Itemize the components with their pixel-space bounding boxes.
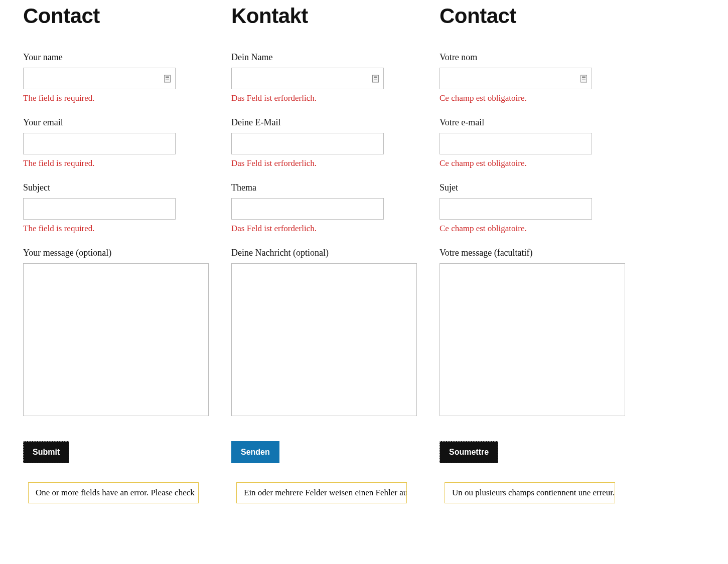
name-error: Ce champ est obligatoire. — [440, 93, 638, 103]
name-field: Your name The field is required. — [23, 52, 221, 103]
subject-label: Subject — [23, 182, 221, 193]
subject-input[interactable] — [440, 198, 592, 220]
subject-error: Ce champ est obligatoire. — [440, 224, 638, 234]
message-label: Votre message (facultatif) — [440, 248, 638, 258]
message-field: Your message (optional) — [23, 248, 221, 416]
subject-error: The field is required. — [23, 224, 221, 234]
contact-form-de: Kontakt Dein Name Das Feld ist erforderl… — [231, 4, 429, 503]
email-error: Das Feld ist erforderlich. — [231, 158, 429, 168]
submit-button[interactable]: Submit — [23, 441, 69, 463]
message-input[interactable] — [440, 263, 625, 416]
name-error: Das Feld ist erforderlich. — [231, 93, 429, 103]
message-input[interactable] — [231, 263, 417, 416]
email-label: Deine E-Mail — [231, 117, 429, 128]
contact-form-en: Contact Your name The field is required.… — [23, 4, 221, 503]
name-input[interactable] — [23, 68, 176, 89]
message-input[interactable] — [23, 263, 209, 416]
form-error-alert: Un ou plusieurs champs contiennent une e… — [445, 482, 615, 503]
subject-label: Sujet — [440, 182, 638, 193]
email-error: The field is required. — [23, 158, 221, 168]
email-input[interactable] — [440, 133, 592, 154]
subject-label: Thema — [231, 182, 429, 193]
email-input[interactable] — [231, 133, 384, 154]
name-error: The field is required. — [23, 93, 221, 103]
subject-error: Das Feld ist erforderlich. — [231, 224, 429, 234]
subject-field: Thema Das Feld ist erforderlich. — [231, 182, 429, 234]
message-label: Your message (optional) — [23, 248, 221, 258]
subject-input[interactable] — [231, 198, 384, 220]
form-error-alert: Ein oder mehrere Felder weisen einen Feh… — [236, 482, 407, 503]
form-error-alert: One or more fields have an error. Please… — [28, 482, 199, 503]
email-label: Your email — [23, 117, 221, 128]
email-field: Deine E-Mail Das Feld ist erforderlich. — [231, 117, 429, 168]
page-title: Contact — [23, 4, 221, 28]
name-label: Votre nom — [440, 52, 638, 63]
subject-field: Subject The field is required. — [23, 182, 221, 234]
name-field: Dein Name Das Feld ist erforderlich. — [231, 52, 429, 103]
name-input[interactable] — [231, 68, 384, 89]
message-label: Deine Nachricht (optional) — [231, 248, 429, 258]
contact-form-fr: Contact Votre nom Ce champ est obligatoi… — [440, 4, 638, 503]
page-title: Kontakt — [231, 4, 429, 28]
subject-input[interactable] — [23, 198, 176, 220]
subject-field: Sujet Ce champ est obligatoire. — [440, 182, 638, 234]
email-field: Votre e-mail Ce champ est obligatoire. — [440, 117, 638, 168]
name-label: Your name — [23, 52, 221, 63]
message-field: Deine Nachricht (optional) — [231, 248, 429, 416]
message-field: Votre message (facultatif) — [440, 248, 638, 416]
submit-button[interactable]: Soumettre — [440, 441, 498, 463]
name-label: Dein Name — [231, 52, 429, 63]
page-title: Contact — [440, 4, 638, 28]
email-input[interactable] — [23, 133, 176, 154]
name-input[interactable] — [440, 68, 592, 89]
name-field: Votre nom Ce champ est obligatoire. — [440, 52, 638, 103]
submit-button[interactable]: Senden — [231, 441, 279, 463]
email-field: Your email The field is required. — [23, 117, 221, 168]
email-error: Ce champ est obligatoire. — [440, 158, 638, 168]
email-label: Votre e-mail — [440, 117, 638, 128]
